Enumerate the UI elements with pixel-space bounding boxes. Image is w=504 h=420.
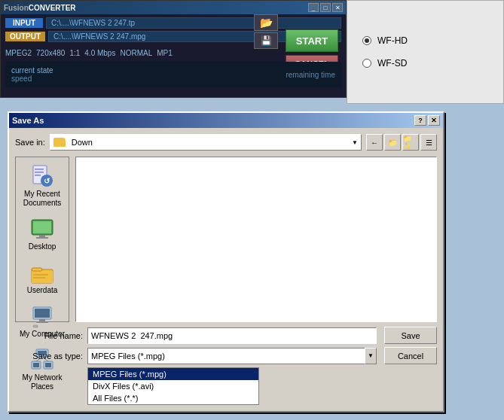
view-icon: ☰ bbox=[426, 138, 432, 147]
svg-text:↺: ↺ bbox=[44, 177, 50, 185]
folder-icon bbox=[53, 138, 66, 147]
input-browse-button[interactable]: 📂 bbox=[254, 14, 278, 31]
desktop-icon bbox=[30, 217, 54, 241]
svg-rect-19 bbox=[33, 325, 38, 327]
svg-rect-9 bbox=[36, 237, 48, 239]
svg-rect-13 bbox=[33, 274, 48, 275]
output-browse-button[interactable]: 💾 bbox=[254, 32, 278, 49]
svg-rect-14 bbox=[33, 277, 45, 278]
dialog-title-text: Save As bbox=[12, 116, 414, 125]
svg-rect-1 bbox=[35, 169, 44, 170]
cancel-button[interactable]: Cancel bbox=[384, 347, 437, 364]
radio-wf-hd[interactable] bbox=[362, 36, 371, 45]
radio-wf-sd[interactable] bbox=[362, 59, 371, 68]
sidebar-item-recent-documents[interactable]: ↺ My RecentDocuments bbox=[17, 160, 68, 212]
status-left: current state speed bbox=[11, 66, 53, 83]
save-in-label: Save in: bbox=[15, 138, 45, 147]
dialog-help-button[interactable]: ? bbox=[414, 115, 426, 126]
io-area: INPUT C:\....\WFNEWS 2 247.tp OUTPUT C:\… bbox=[1, 14, 346, 47]
input-row: INPUT C:\....\WFNEWS 2 247.tp bbox=[5, 17, 341, 29]
nav-buttons: ← 📁 📁✨ ☰ bbox=[366, 134, 437, 151]
sidebar-icons: ↺ My RecentDocuments bbox=[15, 157, 69, 322]
save-button[interactable]: Save bbox=[384, 327, 437, 344]
start-button[interactable]: START bbox=[286, 29, 338, 52]
save-as-type-row: Save as type: MPEG Files (*.mpg) ▼ Cance… bbox=[15, 347, 437, 364]
codec-bitrate: 4.0 Mbps bbox=[84, 49, 115, 57]
file-name-label: File name: bbox=[15, 331, 83, 340]
nav-back-button[interactable]: ← bbox=[366, 134, 383, 151]
radio-wf-sd-row[interactable]: WF-SD bbox=[362, 58, 488, 68]
dialog-main: ↺ My RecentDocuments bbox=[15, 157, 437, 322]
save-as-dialog: Save As ? ✕ Save in: Down ▼ ← 📁 � bbox=[8, 111, 444, 412]
save-as-type-dropdown-arrow[interactable]: ▼ bbox=[365, 348, 377, 364]
radio-wf-hd-row[interactable]: WF-HD bbox=[362, 35, 488, 46]
my-computer-icon bbox=[30, 304, 54, 328]
svg-rect-8 bbox=[39, 235, 45, 237]
dropdown-item-mpeg[interactable]: MPEG Files (*.mpg) bbox=[88, 368, 258, 380]
svg-rect-12 bbox=[32, 268, 42, 271]
svg-rect-17 bbox=[39, 319, 45, 321]
svg-rect-18 bbox=[36, 321, 48, 323]
dialog-title-btns: ? ✕ bbox=[414, 115, 440, 126]
nav-up-button[interactable]: 📁 bbox=[384, 134, 401, 151]
codec-resolution: 720x480 bbox=[36, 49, 65, 57]
maximize-button[interactable]: □ bbox=[320, 3, 331, 12]
nav-new-folder-button[interactable]: 📁✨ bbox=[402, 134, 419, 151]
title-bar-controls: _ □ ✕ bbox=[308, 3, 343, 12]
minimize-button[interactable]: _ bbox=[308, 3, 319, 12]
sidebar-item-desktop-label: Desktop bbox=[29, 242, 57, 251]
userdata-icon bbox=[30, 260, 54, 285]
save-in-value: Down bbox=[72, 138, 93, 147]
radio-wf-sd-label: WF-SD bbox=[377, 58, 407, 68]
dialog-close-button[interactable]: ✕ bbox=[428, 115, 440, 126]
status-speed-label: speed bbox=[11, 75, 53, 83]
folder-open-icon: 📂 bbox=[260, 17, 273, 29]
title-bar: FusionCONVERTER _ □ ✕ bbox=[1, 1, 346, 14]
radio-wf-hd-label: WF-HD bbox=[377, 35, 408, 46]
save-in-row: Save in: Down ▼ ← 📁 📁✨ ☰ bbox=[15, 134, 437, 151]
save-as-type-label: Save as type: bbox=[15, 352, 83, 361]
svg-rect-3 bbox=[35, 175, 41, 176]
sidebar-item-desktop[interactable]: Desktop bbox=[17, 213, 68, 255]
save-icon: 💾 bbox=[261, 35, 272, 46]
save-as-type-dropdown-list: MPEG Files (*.mpg) DivX Files (*.avi) Al… bbox=[87, 367, 259, 405]
svg-rect-2 bbox=[35, 172, 44, 173]
sidebar-item-userdata[interactable]: Userdata bbox=[17, 257, 68, 299]
status-state-label: current state bbox=[11, 66, 53, 75]
sidebar-item-userdata-label: Userdata bbox=[27, 286, 58, 295]
new-folder-icon: 📁✨ bbox=[403, 135, 418, 150]
save-in-select[interactable]: Down ▼ bbox=[50, 134, 362, 151]
file-name-input[interactable] bbox=[87, 327, 377, 344]
codec-audio: MP1 bbox=[157, 49, 173, 57]
right-panel: WF-HD WF-SD bbox=[347, 0, 504, 104]
dropdown-item-divx[interactable]: DivX Files (*.avi) bbox=[88, 380, 258, 392]
codec-mode: NORMAL bbox=[120, 49, 152, 57]
status-bar: current state speed remaining time ⊙ bbox=[5, 62, 341, 87]
input-label: INPUT bbox=[5, 18, 43, 28]
nav-view-button[interactable]: ☰ bbox=[420, 134, 437, 151]
close-button[interactable]: ✕ bbox=[332, 3, 343, 12]
save-cancel-buttons: Save bbox=[384, 327, 437, 344]
bottom-rows: File name: Save Save as type: MPEG Files… bbox=[15, 327, 437, 405]
save-as-type-display[interactable]: MPEG Files (*.mpg) bbox=[87, 348, 365, 364]
save-in-dropdown-arrow: ▼ bbox=[352, 139, 358, 146]
input-value: C:\....\WFNEWS 2 247.tp bbox=[46, 17, 341, 29]
title-brand: Fusion bbox=[4, 4, 29, 12]
folder-up-icon: 📁 bbox=[388, 138, 397, 147]
save-as-type-value: MPEG Files (*.mpg) bbox=[91, 352, 165, 361]
sidebar-item-recent-documents-label: My RecentDocuments bbox=[23, 190, 62, 208]
file-area[interactable] bbox=[75, 157, 437, 322]
file-name-row: File name: Save bbox=[15, 327, 437, 344]
app-title: FusionCONVERTER bbox=[4, 4, 76, 12]
svg-rect-7 bbox=[33, 221, 51, 233]
app-window: FusionCONVERTER _ □ ✕ INPUT C:\....\WFNE… bbox=[0, 0, 347, 98]
cancel-button-area: Cancel bbox=[384, 347, 437, 364]
recent-documents-icon: ↺ bbox=[30, 164, 54, 188]
codec-ratio: 1:1 bbox=[69, 49, 80, 57]
dropdown-item-all[interactable]: All Files (*.*) bbox=[88, 392, 258, 404]
svg-rect-16 bbox=[35, 309, 50, 318]
title-brand-bold: CONVERTER bbox=[29, 4, 76, 12]
output-label: OUTPUT bbox=[5, 32, 45, 41]
status-remaining-label: remaining time bbox=[286, 71, 335, 79]
dialog-body: Save in: Down ▼ ← 📁 📁✨ ☰ bbox=[9, 128, 443, 411]
